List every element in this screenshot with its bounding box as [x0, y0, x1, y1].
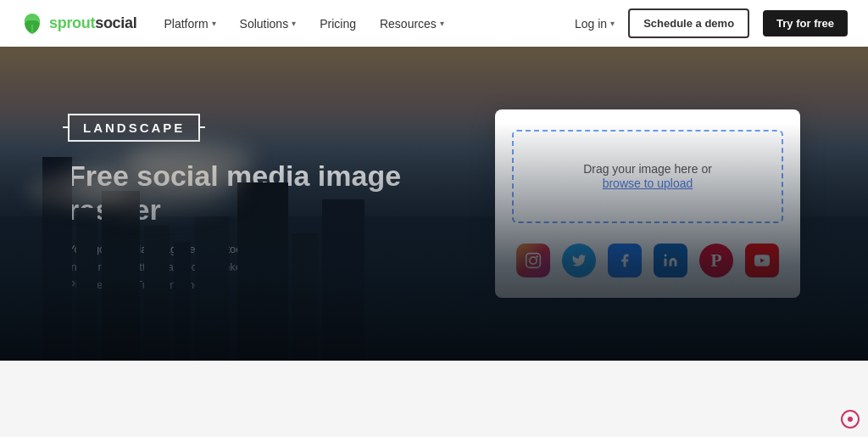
login-chevron: ▾	[610, 19, 615, 28]
logo[interactable]: sproutsocial	[20, 12, 136, 36]
scroll-dot	[848, 417, 853, 422]
sprout-logo-icon	[20, 12, 44, 36]
nav-item-pricing[interactable]: Pricing	[320, 17, 356, 31]
schedule-demo-button[interactable]: Schedule a demo	[628, 8, 749, 38]
hero-section: LANDSCAPE Free social media image resize…	[0, 47, 868, 361]
resources-chevron: ▾	[440, 19, 444, 28]
login-button[interactable]: Log in ▾	[575, 17, 615, 31]
solutions-chevron: ▾	[292, 19, 296, 28]
nav-item-resources[interactable]: Resources ▾	[380, 17, 444, 31]
platform-chevron: ▾	[212, 19, 216, 28]
navbar: sproutsocial Platform ▾ Solutions ▾ Pric…	[0, 0, 868, 47]
nav-links: Platform ▾ Solutions ▾ Pricing Resources…	[164, 17, 575, 31]
bottom-section	[0, 361, 868, 437]
try-free-button[interactable]: Try for free	[763, 10, 848, 36]
nav-item-platform[interactable]: Platform ▾	[164, 17, 215, 31]
scroll-indicator[interactable]	[841, 410, 860, 429]
logo-text: sproutsocial	[49, 14, 136, 32]
nav-item-solutions[interactable]: Solutions ▾	[240, 17, 297, 31]
hero-cityscape	[0, 123, 868, 361]
nav-actions: Log in ▾ Schedule a demo Try for free	[575, 8, 848, 38]
